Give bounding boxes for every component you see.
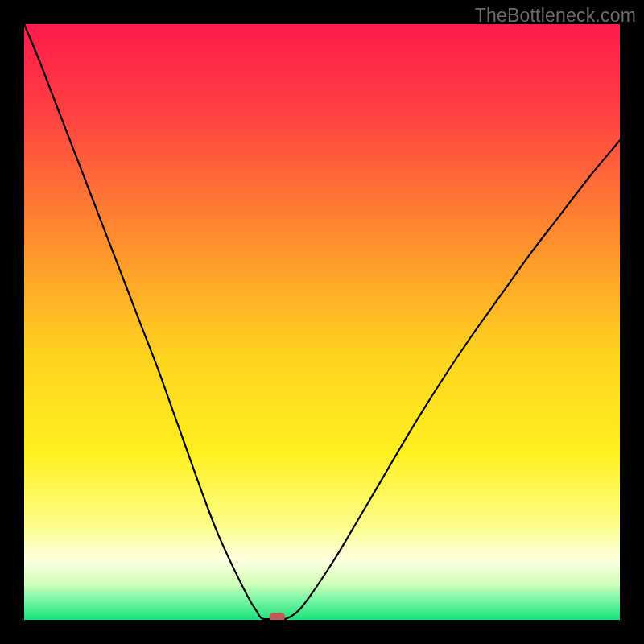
bottleneck-chart [24, 24, 620, 620]
chart-frame: TheBottleneck.com [0, 0, 644, 644]
chart-background [24, 24, 620, 620]
watermark-text: TheBottleneck.com [475, 5, 636, 27]
bottleneck-marker [270, 613, 285, 620]
